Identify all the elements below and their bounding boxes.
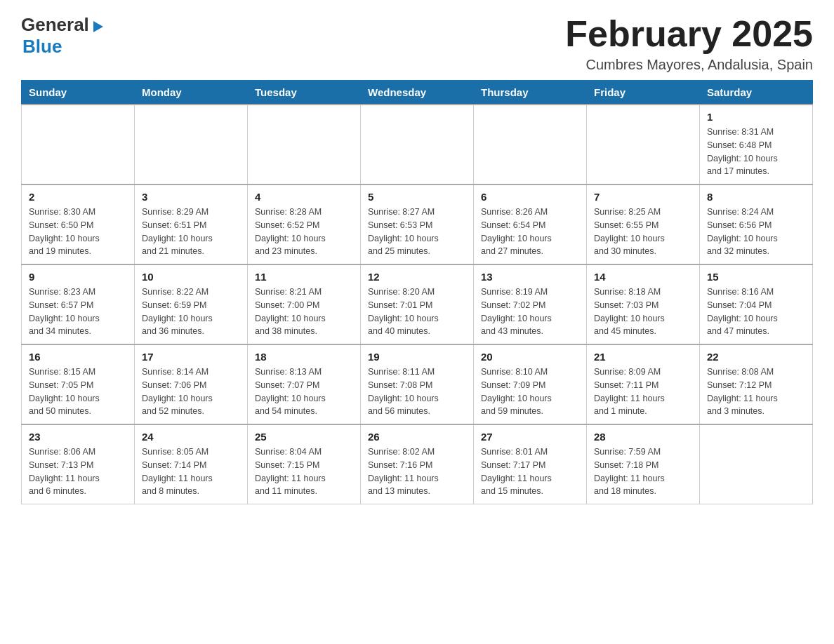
day-info: Sunrise: 8:31 AM Sunset: 6:48 PM Dayligh… <box>707 126 805 178</box>
calendar-cell: 23Sunrise: 8:06 AM Sunset: 7:13 PM Dayli… <box>22 424 135 504</box>
weekday-header-thursday: Thursday <box>474 81 587 105</box>
day-info: Sunrise: 8:16 AM Sunset: 7:04 PM Dayligh… <box>707 286 805 338</box>
calendar-cell: 22Sunrise: 8:08 AM Sunset: 7:12 PM Dayli… <box>700 344 813 424</box>
calendar-cell: 15Sunrise: 8:16 AM Sunset: 7:04 PM Dayli… <box>700 264 813 344</box>
day-number: 4 <box>255 191 353 203</box>
page-header: General Blue February 2025 Cumbres Mayor… <box>21 14 813 73</box>
day-info: Sunrise: 8:08 AM Sunset: 7:12 PM Dayligh… <box>707 365 805 418</box>
calendar-cell: 13Sunrise: 8:19 AM Sunset: 7:02 PM Dayli… <box>474 264 587 344</box>
calendar-cell: 27Sunrise: 8:01 AM Sunset: 7:17 PM Dayli… <box>474 424 587 504</box>
calendar-cell: 11Sunrise: 8:21 AM Sunset: 7:00 PM Dayli… <box>248 264 361 344</box>
calendar-cell: 7Sunrise: 8:25 AM Sunset: 6:55 PM Daylig… <box>587 185 700 264</box>
day-number: 13 <box>481 271 579 283</box>
day-number: 10 <box>142 271 240 283</box>
calendar-cell: 28Sunrise: 7:59 AM Sunset: 7:18 PM Dayli… <box>587 424 700 504</box>
day-number: 2 <box>29 191 127 203</box>
day-number: 14 <box>594 271 692 283</box>
day-number: 18 <box>255 351 353 363</box>
day-info: Sunrise: 8:22 AM Sunset: 6:59 PM Dayligh… <box>142 286 240 338</box>
day-info: Sunrise: 8:04 AM Sunset: 7:15 PM Dayligh… <box>255 445 353 498</box>
location: Cumbres Mayores, Andalusia, Spain <box>565 57 813 73</box>
calendar-cell: 25Sunrise: 8:04 AM Sunset: 7:15 PM Dayli… <box>248 424 361 504</box>
day-info: Sunrise: 8:01 AM Sunset: 7:17 PM Dayligh… <box>481 445 579 498</box>
calendar-cell: 24Sunrise: 8:05 AM Sunset: 7:14 PM Dayli… <box>135 424 248 504</box>
calendar-week-row: 23Sunrise: 8:06 AM Sunset: 7:13 PM Dayli… <box>22 424 813 504</box>
calendar-cell: 6Sunrise: 8:26 AM Sunset: 6:54 PM Daylig… <box>474 185 587 264</box>
day-number: 6 <box>481 191 579 203</box>
day-number: 17 <box>142 351 240 363</box>
svg-marker-0 <box>93 21 103 32</box>
day-number: 23 <box>29 431 127 443</box>
calendar-cell: 10Sunrise: 8:22 AM Sunset: 6:59 PM Dayli… <box>135 264 248 344</box>
calendar-table: SundayMondayTuesdayWednesdayThursdayFrid… <box>21 80 813 504</box>
day-info: Sunrise: 8:14 AM Sunset: 7:06 PM Dayligh… <box>142 365 240 418</box>
calendar-cell: 5Sunrise: 8:27 AM Sunset: 6:53 PM Daylig… <box>361 185 474 264</box>
day-number: 1 <box>707 111 805 123</box>
day-info: Sunrise: 8:06 AM Sunset: 7:13 PM Dayligh… <box>29 445 127 498</box>
calendar-cell: 16Sunrise: 8:15 AM Sunset: 7:05 PM Dayli… <box>22 344 135 424</box>
day-info: Sunrise: 8:05 AM Sunset: 7:14 PM Dayligh… <box>142 445 240 498</box>
calendar-cell <box>135 105 248 185</box>
logo-triangle-icon <box>91 20 105 32</box>
logo-line1: General <box>21 14 105 36</box>
day-number: 28 <box>594 431 692 443</box>
day-info: Sunrise: 8:29 AM Sunset: 6:51 PM Dayligh… <box>142 206 240 258</box>
day-info: Sunrise: 8:27 AM Sunset: 6:53 PM Dayligh… <box>368 206 466 258</box>
calendar-cell: 20Sunrise: 8:10 AM Sunset: 7:09 PM Dayli… <box>474 344 587 424</box>
day-number: 20 <box>481 351 579 363</box>
calendar-cell <box>22 105 135 185</box>
logo-general-text: General <box>21 14 89 36</box>
calendar-week-row: 2Sunrise: 8:30 AM Sunset: 6:50 PM Daylig… <box>22 185 813 264</box>
day-info: Sunrise: 8:18 AM Sunset: 7:03 PM Dayligh… <box>594 286 692 338</box>
day-info: Sunrise: 8:30 AM Sunset: 6:50 PM Dayligh… <box>29 206 127 258</box>
weekday-header-friday: Friday <box>587 81 700 105</box>
day-info: Sunrise: 8:21 AM Sunset: 7:00 PM Dayligh… <box>255 286 353 338</box>
calendar-cell: 2Sunrise: 8:30 AM Sunset: 6:50 PM Daylig… <box>22 185 135 264</box>
calendar-cell <box>248 105 361 185</box>
day-info: Sunrise: 8:13 AM Sunset: 7:07 PM Dayligh… <box>255 365 353 418</box>
day-number: 26 <box>368 431 466 443</box>
calendar-cell: 1Sunrise: 8:31 AM Sunset: 6:48 PM Daylig… <box>700 105 813 185</box>
weekday-header-monday: Monday <box>135 81 248 105</box>
title-area: February 2025 Cumbres Mayores, Andalusia… <box>565 14 813 73</box>
calendar-cell: 17Sunrise: 8:14 AM Sunset: 7:06 PM Dayli… <box>135 344 248 424</box>
calendar-cell: 12Sunrise: 8:20 AM Sunset: 7:01 PM Dayli… <box>361 264 474 344</box>
day-info: Sunrise: 7:59 AM Sunset: 7:18 PM Dayligh… <box>594 445 692 498</box>
day-info: Sunrise: 8:10 AM Sunset: 7:09 PM Dayligh… <box>481 365 579 418</box>
calendar-cell: 9Sunrise: 8:23 AM Sunset: 6:57 PM Daylig… <box>22 264 135 344</box>
calendar-cell: 21Sunrise: 8:09 AM Sunset: 7:11 PM Dayli… <box>587 344 700 424</box>
day-number: 12 <box>368 271 466 283</box>
day-info: Sunrise: 8:28 AM Sunset: 6:52 PM Dayligh… <box>255 206 353 258</box>
day-number: 21 <box>594 351 692 363</box>
day-number: 27 <box>481 431 579 443</box>
month-title: February 2025 <box>565 14 813 54</box>
logo: General Blue <box>21 14 105 58</box>
calendar-cell: 8Sunrise: 8:24 AM Sunset: 6:56 PM Daylig… <box>700 185 813 264</box>
day-number: 11 <box>255 271 353 283</box>
day-info: Sunrise: 8:24 AM Sunset: 6:56 PM Dayligh… <box>707 206 805 258</box>
day-info: Sunrise: 8:09 AM Sunset: 7:11 PM Dayligh… <box>594 365 692 418</box>
calendar-cell: 18Sunrise: 8:13 AM Sunset: 7:07 PM Dayli… <box>248 344 361 424</box>
day-info: Sunrise: 8:26 AM Sunset: 6:54 PM Dayligh… <box>481 206 579 258</box>
day-number: 16 <box>29 351 127 363</box>
calendar-cell: 19Sunrise: 8:11 AM Sunset: 7:08 PM Dayli… <box>361 344 474 424</box>
calendar-cell: 4Sunrise: 8:28 AM Sunset: 6:52 PM Daylig… <box>248 185 361 264</box>
calendar-cell <box>361 105 474 185</box>
calendar-cell: 14Sunrise: 8:18 AM Sunset: 7:03 PM Dayli… <box>587 264 700 344</box>
weekday-header-tuesday: Tuesday <box>248 81 361 105</box>
day-info: Sunrise: 8:11 AM Sunset: 7:08 PM Dayligh… <box>368 365 466 418</box>
calendar-week-row: 1Sunrise: 8:31 AM Sunset: 6:48 PM Daylig… <box>22 105 813 185</box>
day-number: 22 <box>707 351 805 363</box>
calendar-cell <box>700 424 813 504</box>
day-number: 25 <box>255 431 353 443</box>
day-info: Sunrise: 8:20 AM Sunset: 7:01 PM Dayligh… <box>368 286 466 338</box>
day-info: Sunrise: 8:19 AM Sunset: 7:02 PM Dayligh… <box>481 286 579 338</box>
day-number: 15 <box>707 271 805 283</box>
day-number: 19 <box>368 351 466 363</box>
day-info: Sunrise: 8:02 AM Sunset: 7:16 PM Dayligh… <box>368 445 466 498</box>
calendar-cell: 3Sunrise: 8:29 AM Sunset: 6:51 PM Daylig… <box>135 185 248 264</box>
day-number: 3 <box>142 191 240 203</box>
day-number: 9 <box>29 271 127 283</box>
day-info: Sunrise: 8:15 AM Sunset: 7:05 PM Dayligh… <box>29 365 127 418</box>
calendar-cell <box>587 105 700 185</box>
